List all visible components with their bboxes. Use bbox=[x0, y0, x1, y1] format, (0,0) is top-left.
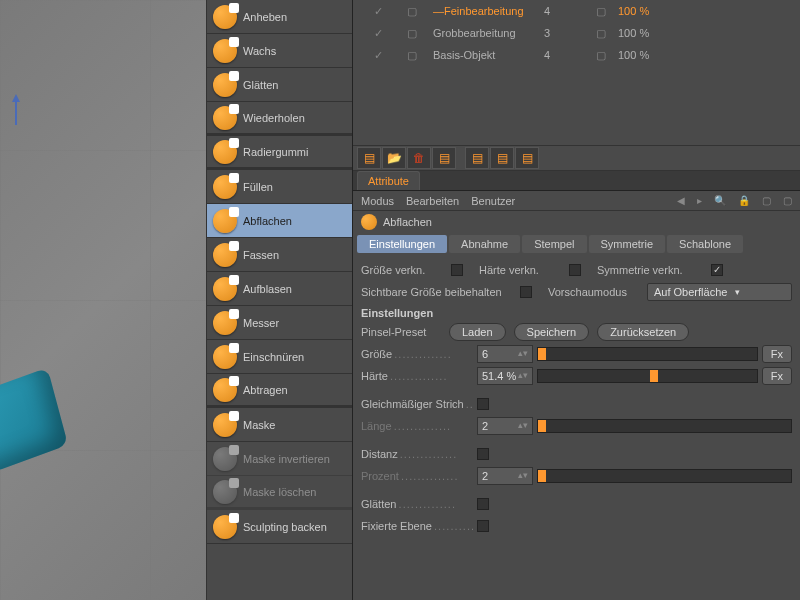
layer-row[interactable]: ✓▢—Feinbearbeitung4▢100 % bbox=[353, 0, 800, 22]
tool-radiergummi[interactable]: Radiergummi bbox=[207, 136, 352, 170]
tool-icon bbox=[213, 277, 237, 301]
chk-smooth[interactable] bbox=[477, 498, 489, 510]
object-3d[interactable] bbox=[0, 368, 68, 473]
tool-icon bbox=[213, 345, 237, 369]
label-smooth: Glätten bbox=[361, 498, 473, 510]
nav-fwd-icon[interactable]: ▸ bbox=[697, 195, 702, 206]
tool-header-title: Abflachen bbox=[383, 216, 432, 228]
label-even-stroke: Gleichmäßiger Strich bbox=[361, 398, 473, 410]
tool-wiederholen[interactable]: Wiederholen bbox=[207, 102, 352, 136]
tool-icon bbox=[213, 311, 237, 335]
slider-percent[interactable] bbox=[537, 469, 792, 483]
tool-maske-invertieren[interactable]: Maske invertieren bbox=[207, 442, 352, 476]
section-einstellungen: Einstellungen bbox=[361, 303, 792, 321]
tool-label: Abtragen bbox=[243, 384, 288, 396]
label-hard-link: Härte verkn. bbox=[479, 264, 565, 276]
field-percent[interactable]: 2▴▾ bbox=[477, 467, 533, 485]
subtab-einstellungen[interactable]: Einstellungen bbox=[357, 235, 447, 253]
tool-icon bbox=[213, 447, 237, 471]
tool-abtragen[interactable]: Abtragen bbox=[207, 374, 352, 408]
subtab-schablone[interactable]: Schablone bbox=[667, 235, 743, 253]
tool-füllen[interactable]: Füllen bbox=[207, 170, 352, 204]
right-panel: ✓▢—Feinbearbeitung4▢100 %✓▢Grobbearbeitu… bbox=[353, 0, 800, 600]
btn-save[interactable]: Speichern bbox=[514, 323, 590, 341]
toolbar-btn-open[interactable]: 📂 bbox=[382, 147, 406, 169]
cfg-icon-b[interactable]: ▢ bbox=[783, 195, 792, 206]
label-fixed-plane: Fixierte Ebene bbox=[361, 520, 473, 532]
chk-sym-link[interactable] bbox=[711, 264, 723, 276]
label-preset: Pinsel-Preset bbox=[361, 326, 441, 338]
chk-hard-link[interactable] bbox=[569, 264, 581, 276]
user-menu[interactable]: Benutzer bbox=[471, 195, 515, 207]
field-length[interactable]: 2▴▾ bbox=[477, 417, 533, 435]
layer-row[interactable]: ✓▢Grobbearbeitung3▢100 % bbox=[353, 22, 800, 44]
btn-load[interactable]: Laden bbox=[449, 323, 506, 341]
slider-size[interactable] bbox=[537, 347, 758, 361]
label-keep-visible: Sichtbare Größe beibehalten bbox=[361, 286, 516, 298]
search-icon[interactable]: 🔍 bbox=[714, 195, 726, 206]
tool-label: Maske löschen bbox=[243, 486, 316, 498]
tool-panel: AnhebenWachsGlättenWiederholenRadiergumm… bbox=[207, 0, 353, 600]
btn-hard-fx[interactable]: Fx bbox=[762, 367, 792, 385]
toolbar-btn-a[interactable]: ▤ bbox=[432, 147, 456, 169]
layer-row[interactable]: ✓▢Basis-Objekt4▢100 % bbox=[353, 44, 800, 66]
viewport-3d[interactable] bbox=[0, 0, 207, 600]
toolbar-btn-new[interactable]: ▤ bbox=[357, 147, 381, 169]
tool-icon bbox=[213, 106, 237, 130]
axis-y-gizmo bbox=[15, 100, 17, 125]
tool-wachs[interactable]: Wachs bbox=[207, 34, 352, 68]
tool-glätten[interactable]: Glätten bbox=[207, 68, 352, 102]
toolbar-btn-d[interactable]: ▤ bbox=[515, 147, 539, 169]
cfg-icon-a[interactable]: ▢ bbox=[762, 195, 771, 206]
tool-header: Abflachen bbox=[353, 211, 800, 233]
tool-icon bbox=[213, 5, 237, 29]
tool-icon bbox=[213, 480, 237, 504]
tool-abflachen[interactable]: Abflachen bbox=[207, 204, 352, 238]
mode-bar: Modus Bearbeiten Benutzer ◀ ▸ 🔍 🔒 ▢ ▢ bbox=[353, 191, 800, 211]
slider-hard[interactable] bbox=[537, 369, 758, 383]
tool-label: Abflachen bbox=[243, 215, 292, 227]
slider-length[interactable] bbox=[537, 419, 792, 433]
subtab-abnahme[interactable]: Abnahme bbox=[449, 235, 520, 253]
tool-label: Aufblasen bbox=[243, 283, 292, 295]
tab-attribute[interactable]: Attribute bbox=[357, 171, 420, 190]
dropdown-preview-mode[interactable]: Auf Oberfläche bbox=[647, 283, 792, 301]
subtab-symmetrie[interactable]: Symmetrie bbox=[589, 235, 666, 253]
nav-back-icon[interactable]: ◀ bbox=[677, 195, 685, 206]
chk-distance[interactable] bbox=[477, 448, 489, 460]
toolbar-btn-b[interactable]: ▤ bbox=[465, 147, 489, 169]
lock-icon[interactable]: 🔒 bbox=[738, 195, 750, 206]
tool-fassen[interactable]: Fassen bbox=[207, 238, 352, 272]
tool-label: Fassen bbox=[243, 249, 279, 261]
chk-keep-visible[interactable] bbox=[520, 286, 532, 298]
chk-fixed-plane[interactable] bbox=[477, 520, 489, 532]
edit-menu[interactable]: Bearbeiten bbox=[406, 195, 459, 207]
tool-label: Messer bbox=[243, 317, 279, 329]
tool-messer[interactable]: Messer bbox=[207, 306, 352, 340]
tool-icon bbox=[213, 243, 237, 267]
tool-label: Einschnüren bbox=[243, 351, 304, 363]
tool-maske[interactable]: Maske bbox=[207, 408, 352, 442]
label-size: Größe bbox=[361, 348, 473, 360]
tool-label: Sculpting backen bbox=[243, 521, 327, 533]
label-size-link: Größe verkn. bbox=[361, 264, 447, 276]
tool-icon bbox=[213, 413, 237, 437]
field-size[interactable]: 6▴▾ bbox=[477, 345, 533, 363]
tool-sculpting-backen[interactable]: Sculpting backen bbox=[207, 510, 352, 544]
subtab-stempel[interactable]: Stempel bbox=[522, 235, 586, 253]
chk-even-stroke[interactable] bbox=[477, 398, 489, 410]
toolbar-btn-c[interactable]: ▤ bbox=[490, 147, 514, 169]
tool-einschnüren[interactable]: Einschnüren bbox=[207, 340, 352, 374]
tool-maske-löschen[interactable]: Maske löschen bbox=[207, 476, 352, 510]
tool-label: Maske bbox=[243, 419, 275, 431]
toolbar-btn-delete[interactable]: 🗑 bbox=[407, 147, 431, 169]
tool-aufblasen[interactable]: Aufblasen bbox=[207, 272, 352, 306]
btn-size-fx[interactable]: Fx bbox=[762, 345, 792, 363]
btn-reset[interactable]: Zurücksetzen bbox=[597, 323, 689, 341]
layer-table: ✓▢—Feinbearbeitung4▢100 %✓▢Grobbearbeitu… bbox=[353, 0, 800, 145]
layer-toolbar: ▤ 📂 🗑 ▤ ▤ ▤ ▤ bbox=[353, 145, 800, 171]
mode-menu[interactable]: Modus bbox=[361, 195, 394, 207]
field-hard[interactable]: 51.4 %▴▾ bbox=[477, 367, 533, 385]
chk-size-link[interactable] bbox=[451, 264, 463, 276]
tool-anheben[interactable]: Anheben bbox=[207, 0, 352, 34]
